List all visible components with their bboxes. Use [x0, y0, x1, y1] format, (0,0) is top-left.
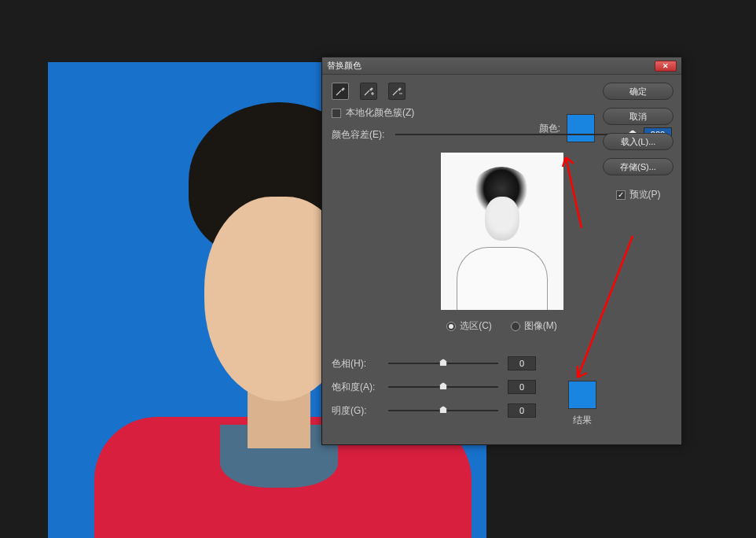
- radio-selection[interactable]: [446, 322, 456, 331]
- eyedropper-subtract-button[interactable]: [388, 83, 406, 100]
- eyedropper-plus-icon: [363, 86, 374, 97]
- hue-label: 色相(H):: [332, 357, 379, 370]
- radio-selection-label: 选区(C): [460, 319, 492, 333]
- close-icon: ✕: [662, 62, 669, 70]
- lightness-row: 明度(G): 0: [332, 404, 672, 418]
- radio-image-label: 图像(M): [524, 319, 557, 333]
- lightness-slider-thumb[interactable]: [439, 406, 447, 414]
- hue-slider-thumb[interactable]: [439, 359, 447, 367]
- preview-body-outline: [457, 247, 548, 310]
- lightness-label: 明度(G):: [332, 404, 379, 418]
- source-color-swatch[interactable]: [567, 114, 595, 142]
- saturation-slider[interactable]: [388, 386, 498, 388]
- radio-selection-item[interactable]: 选区(C): [446, 319, 492, 333]
- eyedropper-add-button[interactable]: [360, 83, 377, 100]
- ok-button[interactable]: 确定: [603, 83, 673, 100]
- hue-slider[interactable]: [388, 363, 498, 364]
- save-button[interactable]: 存储(S)...: [603, 158, 673, 175]
- eyedropper-minus-icon: [391, 86, 402, 97]
- color-sample-row: 颜色:: [539, 114, 595, 142]
- result-area: 结果: [568, 381, 596, 427]
- load-button[interactable]: 载入(L)...: [603, 133, 673, 150]
- result-label: 结果: [568, 414, 596, 427]
- fuzziness-slider[interactable]: [395, 134, 633, 135]
- preview-checkbox-row: 预览(P): [603, 188, 673, 201]
- saturation-value-input[interactable]: 0: [508, 380, 536, 394]
- annotation-arrow-2: [570, 228, 640, 385]
- cancel-button[interactable]: 取消: [603, 108, 673, 125]
- dialog-titlebar[interactable]: 替换颜色 ✕: [322, 57, 681, 75]
- saturation-slider-thumb[interactable]: [439, 382, 447, 390]
- selection-preview: [441, 153, 563, 310]
- saturation-label: 饱和度(A):: [332, 381, 379, 394]
- hue-value-input[interactable]: 0: [508, 356, 536, 370]
- dialog-button-panel: 确定 取消 载入(L)... 存储(S)... 预览(P): [603, 83, 673, 201]
- localized-label: 本地化颜色簇(Z): [346, 106, 414, 120]
- localized-checkbox[interactable]: [332, 109, 341, 118]
- close-button[interactable]: ✕: [655, 61, 677, 72]
- lightness-value-input[interactable]: 0: [508, 404, 536, 418]
- fuzziness-label: 颜色容差(E):: [332, 128, 384, 142]
- eyedropper-button[interactable]: [332, 83, 349, 100]
- preview-checkbox[interactable]: [616, 190, 626, 200]
- radio-image-item[interactable]: 图像(M): [511, 319, 557, 333]
- radio-image[interactable]: [511, 322, 520, 331]
- dialog-title: 替换颜色: [327, 60, 361, 72]
- lightness-slider[interactable]: [388, 410, 498, 411]
- annotation-arrow-1: [558, 149, 589, 236]
- preview-checkbox-label: 预览(P): [629, 188, 661, 201]
- color-label: 颜色:: [539, 122, 560, 135]
- eyedropper-icon: [335, 86, 346, 97]
- preview-face: [485, 197, 519, 241]
